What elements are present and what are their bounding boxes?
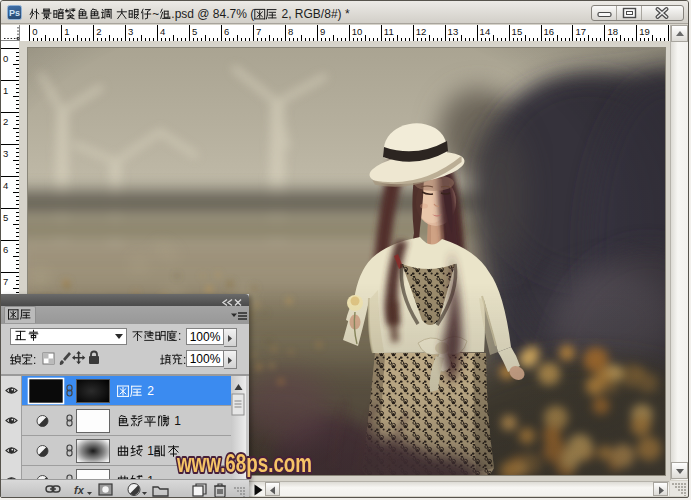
svg-text:.psd @ 84.7% (: .psd @ 84.7% ( — [171, 7, 254, 21]
svg-text:6: 6 — [224, 26, 229, 37]
svg-text:1: 1 — [64, 26, 69, 37]
svg-text:18: 18 — [607, 26, 618, 37]
svg-text:13: 13 — [448, 26, 459, 37]
svg-text:1: 1 — [3, 85, 8, 96]
svg-text:1: 1 — [171, 414, 181, 428]
svg-text:www.68ps.com: www.68ps.com — [176, 448, 312, 478]
svg-text:6: 6 — [3, 244, 8, 255]
svg-text:2, RGB/8#) *: 2, RGB/8#) * — [278, 7, 350, 21]
svg-text:14: 14 — [480, 26, 491, 37]
svg-text:19: 19 — [639, 26, 650, 37]
svg-text:7: 7 — [256, 26, 261, 37]
svg-text:0: 0 — [32, 26, 37, 37]
svg-text:12: 12 — [416, 26, 427, 37]
svg-text:9: 9 — [320, 26, 325, 37]
svg-text:0: 0 — [3, 53, 8, 64]
svg-text:fx: fx — [74, 484, 85, 496]
svg-text:~: ~ — [152, 7, 159, 21]
svg-text:1: 1 — [144, 444, 154, 458]
svg-text:5: 5 — [192, 26, 197, 37]
svg-text:8: 8 — [288, 26, 293, 37]
svg-text:16: 16 — [544, 26, 555, 37]
svg-text:2: 2 — [96, 26, 101, 37]
svg-text:11: 11 — [384, 26, 394, 37]
svg-text::: : — [178, 329, 181, 343]
svg-text:4: 4 — [3, 180, 8, 191]
svg-text:2: 2 — [144, 384, 154, 398]
svg-text::: : — [33, 353, 36, 367]
svg-text:3: 3 — [3, 148, 8, 159]
svg-text:5: 5 — [3, 212, 8, 223]
svg-text:7: 7 — [3, 276, 8, 287]
svg-text:15: 15 — [512, 26, 523, 37]
svg-text:4: 4 — [160, 26, 165, 37]
svg-text:3: 3 — [128, 26, 133, 37]
svg-text:17: 17 — [575, 26, 586, 37]
svg-text:2: 2 — [3, 116, 8, 127]
svg-text:10: 10 — [352, 26, 363, 37]
